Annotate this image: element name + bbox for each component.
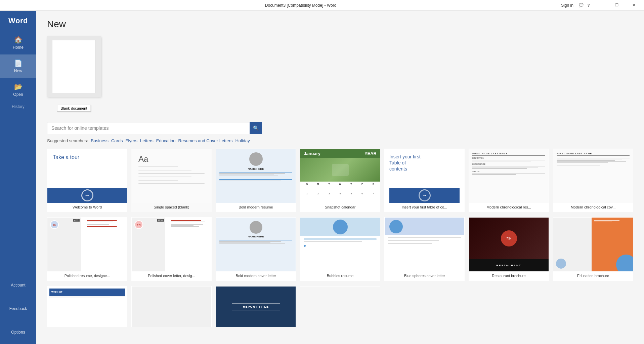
suggested-holiday[interactable]: Holiday xyxy=(235,138,250,143)
cl1 xyxy=(472,160,545,160)
template-chron-resume[interactable]: FIRST NAME LAST NAME EDUCATION EXPERIENC… xyxy=(469,149,549,212)
search-box: 🔍 xyxy=(47,122,262,134)
template-blue-spheres[interactable]: Blue spheres cover letter xyxy=(384,217,465,280)
ccl5 xyxy=(557,162,608,163)
ss-line5 xyxy=(138,180,178,181)
cal-grid: S M T W T F S 1 2 3 4 5 6 xyxy=(300,182,380,203)
el2 xyxy=(594,222,612,222)
blank-doc-tooltip: Blank document xyxy=(57,105,91,112)
cal-content: January YEAR S M T W T F xyxy=(300,149,380,203)
template-welcome-to-word[interactable]: Take a tour → Welcome to Word xyxy=(47,149,127,212)
sidebar-item-home-label: Home xyxy=(13,45,24,50)
suggested-letters[interactable]: Letters xyxy=(140,138,154,143)
ss-line2 xyxy=(138,170,191,170)
pm-l2 xyxy=(87,222,113,222)
review-icon[interactable]: 💬 xyxy=(579,3,584,7)
sidebar-item-account[interactable]: Account xyxy=(0,273,36,297)
ss-line6 xyxy=(138,183,205,184)
template-polished-resume[interactable]: YN MCO Polished resume, desig xyxy=(47,217,127,280)
bcl3 xyxy=(219,242,270,243)
template-polished-cover[interactable]: YN MCO Polished cover letter, xyxy=(131,217,212,280)
template-toc-name: Insert your first table of co... xyxy=(385,203,464,212)
rl2 xyxy=(219,173,285,174)
template-snapshot-calendar[interactable]: January YEAR S M T W T F xyxy=(300,149,380,212)
template-toc[interactable]: Insert your firstTable ofcontents → Inse… xyxy=(384,149,465,212)
content-area: New Blank document Blank document 🔍 Sugg xyxy=(36,11,644,344)
sidebar-history-label: History xyxy=(0,102,36,112)
sidebar-item-open-label: Open xyxy=(13,92,23,97)
suggested-business[interactable]: Business xyxy=(91,138,109,143)
ccl7 xyxy=(557,165,600,165)
bcl2 xyxy=(219,241,281,242)
blank-doc-section: Blank document Blank document xyxy=(47,36,633,115)
report-inner: REPORT TITLE xyxy=(216,286,296,327)
pm-l3 xyxy=(87,223,121,224)
help-icon[interactable]: ? xyxy=(588,3,590,7)
search-button[interactable]: 🔍 xyxy=(250,122,262,134)
cal-d5: 5 xyxy=(346,192,356,201)
search-area: 🔍 xyxy=(47,122,633,134)
sidebar-item-home[interactable]: 🏠 Home xyxy=(0,31,36,54)
sidebar-item-options[interactable]: Options xyxy=(0,320,36,344)
bcl5 xyxy=(219,245,263,245)
template-grid-row2: YN MCO Polished resume, desig xyxy=(47,217,633,280)
open-folder-icon: 📂 xyxy=(14,83,23,91)
template-single-spaced-thumb: Aa xyxy=(132,149,211,203)
sidebar: Word 🏠 Home 📄 New 📂 Open History Account… xyxy=(0,11,36,344)
bb-l1 xyxy=(304,238,377,240)
sched-header: WEEK OF xyxy=(49,289,125,296)
template-schedule-partial[interactable]: WEEK OF xyxy=(47,286,127,327)
rest-top: 🍽 xyxy=(469,218,549,259)
template-chron-cover[interactable]: FIRST NAME LAST NAME Modern chronologica… xyxy=(553,149,633,212)
signin-button[interactable]: Sign in xyxy=(558,2,576,9)
polished-res-inner: YN MCO xyxy=(47,218,127,271)
bb-l2 xyxy=(304,241,362,242)
suggested-cards[interactable]: Cards xyxy=(111,138,123,143)
sidebar-item-open[interactable]: 📂 Open xyxy=(0,78,36,102)
titlebar-right: Sign in 💬 ? — ❐ ✕ xyxy=(558,0,641,11)
sched-inner: WEEK OF xyxy=(47,286,127,327)
home-icon: 🏠 xyxy=(14,36,23,44)
search-input[interactable] xyxy=(47,125,250,131)
polished-cov-inner: YN MCO xyxy=(132,218,211,271)
polished-sidebar: YN MCO xyxy=(47,218,81,271)
ss-line4 xyxy=(138,177,191,177)
restore-button[interactable]: ❐ xyxy=(609,0,625,11)
edu-left xyxy=(553,218,592,271)
rest-bottom: RESTAURANT xyxy=(469,259,549,271)
rest-title-text: RESTAURANT xyxy=(496,264,521,267)
close-button[interactable]: ✕ xyxy=(626,0,641,11)
template-restaurant-brochure[interactable]: 🍽 RESTAURANT Restaurant brochure xyxy=(469,217,549,280)
template-education-brochure[interactable]: Education brochure xyxy=(553,217,633,280)
bold-resume-inner: NAME HERE xyxy=(216,149,296,203)
template-single-spaced[interactable]: Aa Single spaced (blank) xyxy=(131,149,212,212)
minimize-button[interactable]: — xyxy=(592,0,608,11)
suggested-searches: Suggested searches: Business Cards Flyer… xyxy=(47,138,633,143)
template-unknown2-partial[interactable] xyxy=(300,286,380,327)
template-bold-cover[interactable]: NAME HERE Bold modern cover letter xyxy=(216,217,296,280)
rest-logo-circle: 🍽 xyxy=(501,230,517,246)
cc-div xyxy=(557,155,630,156)
template-education-thumb xyxy=(553,218,633,271)
unknown2-thumb xyxy=(300,286,380,327)
ss-aa-text: Aa xyxy=(138,154,205,164)
bsl4 xyxy=(388,242,454,242)
bcl1 xyxy=(219,240,292,240)
blank-doc-button[interactable]: Blank document Blank document xyxy=(47,36,101,111)
sidebar-item-feedback[interactable]: Feedback xyxy=(0,297,36,320)
template-chron-cover-name: Modern chronological cov... xyxy=(553,203,633,212)
template-bubbles-resume[interactable]: Bubbles resume xyxy=(300,217,380,280)
sidebar-item-new[interactable]: 📄 New xyxy=(0,54,36,78)
suggested-education[interactable]: Education xyxy=(156,138,176,143)
pcm-l2 xyxy=(171,222,205,222)
template-unknown1-partial[interactable] xyxy=(131,286,212,327)
suggested-flyers[interactable]: Flyers xyxy=(126,138,137,143)
template-bubbles-resume-name: Bubbles resume xyxy=(300,271,380,280)
template-bold-resume[interactable]: NAME HERE Bold modern resu xyxy=(216,149,296,212)
template-bold-resume-thumb: NAME HERE xyxy=(216,149,296,203)
cal-d1: 1 xyxy=(302,192,312,201)
template-report-title-partial[interactable]: REPORT TITLE xyxy=(216,286,296,327)
suggested-resumes[interactable]: Resumes and Cover Letters xyxy=(178,138,233,143)
sidebar-item-new-label: New xyxy=(14,69,22,73)
ccl3 xyxy=(557,160,615,161)
